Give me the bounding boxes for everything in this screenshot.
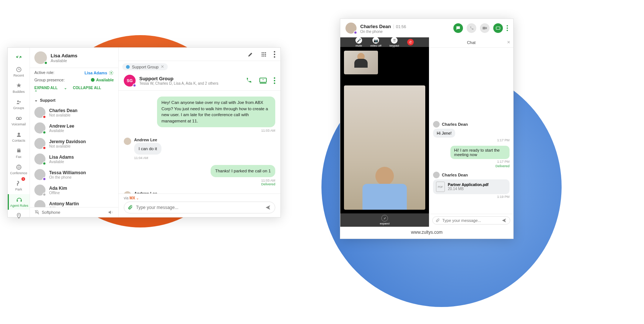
current-user-header[interactable]: Lisa Adams Available: [30, 48, 118, 68]
mute-button[interactable]: 🎤mute: [355, 37, 362, 47]
svg-point-4: [19, 117, 21, 119]
contact-row[interactable]: Lisa AdamsAvailable: [30, 151, 118, 167]
softphone-row[interactable]: Softphone: [30, 207, 118, 217]
presence-dot: [44, 61, 48, 65]
more-icon[interactable]: [274, 77, 275, 84]
contact-name: Charles Dean: [49, 108, 78, 113]
attachment-icon[interactable]: [128, 205, 133, 210]
screenshare-icon[interactable]: [259, 77, 267, 84]
nav-park[interactable]: 1 Park: [8, 178, 30, 193]
message-bubble: Thanks! I parked the call on 1: [211, 165, 275, 177]
avatar: [34, 107, 45, 118]
svg-rect-9: [17, 200, 18, 202]
chat-panel: Support Group ✕ SG Support Group Tessa W…: [119, 48, 280, 217]
contact-row[interactable]: Ada KimOffline: [30, 182, 118, 198]
avatar: [34, 169, 45, 180]
avatar: [34, 138, 45, 149]
close-tab-icon[interactable]: ✕: [161, 64, 164, 69]
nav-label: Fax: [16, 155, 21, 159]
nav-conference[interactable]: Conference: [8, 162, 30, 177]
group-name: Support: [40, 98, 55, 102]
message-time: 11:03 AM: [157, 129, 275, 132]
video-footer: ⤢ expand: [340, 213, 429, 227]
nav-label: Groups: [13, 106, 24, 110]
end-call-button[interactable]: ✆: [407, 39, 414, 45]
group-presence-value[interactable]: Available: [91, 78, 114, 82]
group-presence-row: Group presence: Available: [30, 78, 118, 84]
svg-point-32: [507, 27, 508, 29]
nav-label: Voicemail: [11, 122, 26, 126]
keypad-button[interactable]: ⠿keypad: [389, 37, 399, 47]
message-input[interactable]: [136, 203, 262, 212]
contact-name: Jeremy Davidson: [49, 139, 86, 144]
message-received-file: Charles Dean PDF Partner Application.pdf…: [433, 172, 510, 199]
chat-input[interactable]: [442, 218, 499, 223]
svg-point-31: [507, 25, 508, 27]
chat-toolbar: [119, 48, 280, 61]
more-icon[interactable]: [507, 25, 508, 31]
message-received: Charles Dean Hi Jene! 1:17 PM: [433, 121, 510, 142]
nav-fax[interactable]: Fax: [8, 145, 30, 161]
contact-status: Available: [49, 129, 74, 133]
chat-panel-body: Charles Dean Hi Jene! 1:17 PM Hi! I am r…: [429, 48, 513, 214]
contact-name: Tessa Williamson: [49, 170, 86, 175]
tab-support-group[interactable]: Support Group ✕: [122, 63, 168, 70]
collapse-icon[interactable]: [8, 51, 30, 63]
message-time: 1:17 PM: [433, 160, 510, 163]
avatar: [124, 138, 131, 145]
close-icon[interactable]: ✕: [507, 40, 510, 45]
more-icon[interactable]: [274, 51, 275, 58]
avatar: [34, 153, 45, 165]
nav-buddies[interactable]: Buddies: [8, 80, 30, 96]
active-role-value[interactable]: Lisa Adams: [85, 70, 114, 75]
call-peer-status: On the phone: [360, 30, 406, 34]
send-icon[interactable]: [265, 205, 271, 210]
svg-rect-30: [496, 27, 500, 30]
message-sent: Hi! I am ready to start the meeting now …: [433, 146, 510, 168]
contact-row[interactable]: Jeremy DavidsonNot available: [30, 136, 118, 151]
nav-contacts[interactable]: Contacts: [8, 129, 30, 145]
svg-point-3: [16, 117, 18, 119]
dialpad-icon[interactable]: [260, 51, 267, 58]
park-badge: 1: [21, 177, 25, 181]
video-call-window: Charles Dean 01:56 On the phone 🎤mute 📷v…: [340, 18, 514, 239]
nav-voicemail[interactable]: Voicemail: [8, 113, 30, 128]
edit-icon[interactable]: [247, 51, 254, 58]
via-label[interactable]: via MX ⌄: [124, 196, 275, 200]
file-attachment[interactable]: PDF Partner Application.pdf 20.14 MB: [433, 179, 510, 194]
nav-agent-roles[interactable]: Agent Roles: [8, 194, 30, 210]
svg-rect-7: [18, 149, 20, 150]
call-icon[interactable]: [245, 77, 252, 84]
svg-point-18: [265, 54, 266, 55]
contact-name: Andrew Lee: [49, 124, 74, 129]
contact-row[interactable]: Andrew LeeAvailable: [30, 120, 118, 136]
expand-all-button[interactable]: EXPAND ALL ⌄: [34, 86, 67, 90]
contact-row[interactable]: Antony MartinOffline: [30, 198, 118, 207]
group-header[interactable]: ⌄ Support: [30, 95, 118, 105]
call-header: Charles Dean 01:56 On the phone: [340, 19, 513, 37]
contact-row[interactable]: Charles DeanNot available: [30, 105, 118, 120]
expand-button[interactable]: ⤢: [381, 215, 388, 222]
compose-area: via MX ⌄: [119, 193, 280, 217]
screenshare-button[interactable]: [493, 23, 503, 33]
video-toggle-button[interactable]: 📷video off: [370, 37, 381, 47]
file-size: 20.14 MB: [448, 187, 488, 191]
gear-icon: [109, 70, 114, 75]
call-button[interactable]: [467, 23, 476, 33]
svg-point-26: [274, 77, 275, 79]
nav-location[interactable]: [8, 210, 30, 222]
sidebar-nav: Recent Buddies Groups Voicemail Contacts…: [8, 48, 30, 217]
avatar: [34, 51, 47, 64]
svg-point-27: [274, 80, 275, 81]
nav-groups[interactable]: Groups: [8, 97, 30, 112]
nav-recent[interactable]: Recent: [8, 64, 30, 80]
video-button[interactable]: [480, 23, 490, 33]
attachment-icon[interactable]: [436, 218, 440, 223]
contact-row[interactable]: Tessa WilliamsonOn the phone: [30, 167, 118, 182]
video-thumbnail-self[interactable]: [344, 51, 378, 74]
chat-button[interactable]: [453, 23, 463, 33]
svg-point-12: [110, 72, 112, 74]
video-main-remote[interactable]: [344, 85, 425, 210]
contact-name: Lisa Adams: [49, 155, 74, 160]
send-icon[interactable]: [501, 218, 507, 223]
